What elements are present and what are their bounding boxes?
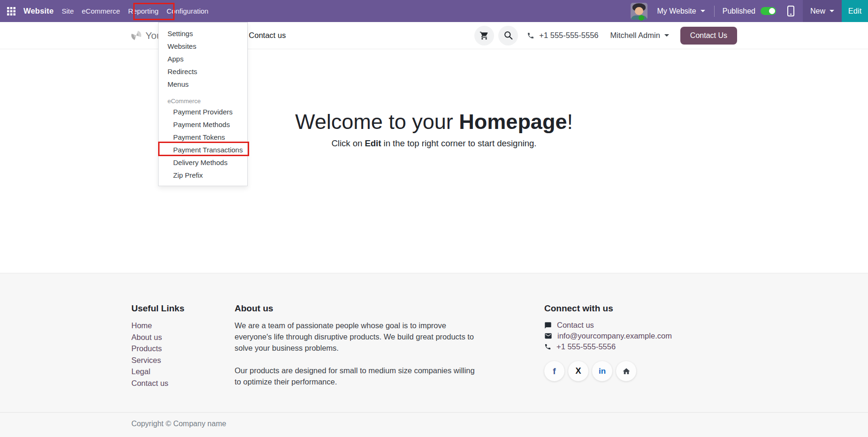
linkedin-button[interactable]: in [592,361,612,381]
app-name[interactable]: Website [23,7,53,15]
linkedin-icon: in [599,367,606,376]
footer-connect-contact-link[interactable]: Contact us [544,320,672,331]
phone-icon [544,343,551,350]
hero-subtitle-suffix: in the top right corner to start designi… [381,138,536,148]
cart-button[interactable] [474,26,494,45]
configuration-dropdown: Settings Websites Apps Redirects Menus e… [158,22,248,186]
chevron-down-icon [700,10,705,12]
edit-label: Edit [848,7,861,15]
hero-subtitle-prefix: Click on [331,138,365,148]
nav-item-configuration[interactable]: Configuration [167,7,208,15]
hero-heading: Welcome to your Homepage! [0,111,868,133]
dropdown-item-zip-prefix[interactable]: Zip Prefix [159,169,247,181]
dropdown-item-payment-transactions[interactable]: Payment Transactions [159,143,247,156]
home-button[interactable] [616,361,636,381]
facebook-button[interactable]: f [544,361,564,381]
dropdown-item-payment-providers[interactable]: Payment Providers [159,105,247,118]
dropdown-item-redirects[interactable]: Redirects [159,65,247,78]
hero-subtitle: Click on Edit in the top right corner to… [0,137,868,150]
footer-link-services[interactable]: Services [131,354,184,366]
website-switcher[interactable]: My Website [657,7,705,15]
chat-icon [544,322,552,329]
nav-item-reporting[interactable]: Reporting [128,7,159,15]
footer-link-about-us[interactable]: About us [131,332,184,343]
facebook-icon: f [553,366,556,377]
footer-connect-email-label: info@yourcompany.example.com [557,332,672,340]
envelope-icon [544,332,552,340]
footer-about-paragraph-1: We are a team of passionate people whose… [235,320,478,354]
website-switcher-label: My Website [657,7,696,15]
header-phone-link[interactable]: +1 555-555-5556 [527,31,598,40]
nav-item-ecommerce[interactable]: eCommerce [82,7,120,15]
search-icon [504,31,513,40]
footer-connect-contact-label: Contact us [557,321,594,330]
copyright-bar: Copyright © Company name [0,412,868,437]
toggle-knob [769,8,775,14]
dropdown-item-payment-tokens[interactable]: Payment Tokens [159,131,247,143]
phone-icon [527,32,534,39]
footer-connect-phone-link[interactable]: +1 555-555-5556 [544,341,672,352]
user-account-menu[interactable]: Mitchell Admin [610,31,669,40]
header-phone-number: +1 555-555-5556 [539,31,598,40]
mobile-preview-button[interactable] [787,6,794,16]
footer-link-products[interactable]: Products [131,343,184,354]
footer-connect-phone-label: +1 555-555-5556 [556,342,616,351]
nav-item-site[interactable]: Site [61,7,74,15]
navbar-right: My Website Published New Edit [631,0,868,22]
cart-icon [480,31,489,40]
footer-link-home[interactable]: Home [131,320,184,332]
grid-icon [7,7,15,15]
footer-social-row: f X in [544,361,672,381]
website-preview-header: YourCompany Contact us +1 555-555-5556 [0,22,868,49]
edit-button[interactable]: Edit [842,0,868,22]
company-logo-icon [131,30,142,41]
footer-connect-email-link[interactable]: info@yourcompany.example.com [544,331,672,341]
user-account-name: Mitchell Admin [610,31,660,40]
footer-connect: Connect with us Contact us info@yourcomp… [544,303,672,381]
avatar-face [635,7,643,15]
hero-heading-suffix: ! [567,110,573,134]
x-twitter-icon: X [575,366,581,376]
published-group: Published [723,7,776,15]
dropdown-item-menus[interactable]: Menus [159,78,247,90]
footer-useful-links-title: Useful Links [131,303,184,314]
footer-about: About us We are a team of passionate peo… [235,303,478,399]
user-avatar[interactable] [631,3,647,20]
new-label: New [810,7,825,15]
hero-heading-prefix: Welcome to your [295,110,459,134]
dropdown-section-ecommerce: eCommerce [159,96,247,105]
footer-links-list: Home About us Products Services Legal Co… [131,320,184,389]
published-toggle[interactable] [761,7,776,15]
home-icon [622,367,631,376]
footer-link-legal[interactable]: Legal [131,366,184,377]
dropdown-item-delivery-methods[interactable]: Delivery Methods [159,156,247,169]
footer-about-paragraph-2: Our products are designed for small to m… [235,365,478,387]
footer-about-title: About us [235,303,478,314]
hero-subtitle-bold: Edit [365,138,381,148]
search-button[interactable] [498,26,518,45]
footer-useful-links: Useful Links Home About us Products Serv… [131,303,184,389]
online-status-dot [639,15,644,21]
x-twitter-button[interactable]: X [568,361,588,381]
dropdown-item-websites[interactable]: Websites [159,40,247,53]
published-label: Published [723,7,755,15]
header-right: +1 555-555-5556 Mitchell Admin Contact U… [470,26,737,45]
copyright-text: Copyright © Company name [131,420,226,428]
dropdown-item-settings[interactable]: Settings [159,27,247,40]
chevron-down-icon [664,34,669,37]
header-contact-us-link[interactable]: Contact us [249,31,286,40]
footer-link-contact-us[interactable]: Contact us [131,377,184,389]
contact-us-button[interactable]: Contact Us [680,27,737,45]
navbar-separator [714,6,715,17]
new-button[interactable]: New [803,0,842,22]
hero-heading-bold: Homepage [459,110,567,134]
mobile-icon [787,6,794,16]
site-footer: Useful Links Home About us Products Serv… [0,273,868,412]
apps-grid-icon[interactable] [7,7,15,15]
navbar-left: Website Site eCommerce Reporting Configu… [0,7,208,15]
dropdown-item-apps[interactable]: Apps [159,53,247,65]
chevron-down-icon [830,10,834,12]
dropdown-item-payment-methods[interactable]: Payment Methods [159,118,247,131]
footer-connect-title: Connect with us [544,303,672,314]
odoo-navbar: Website Site eCommerce Reporting Configu… [0,0,868,22]
